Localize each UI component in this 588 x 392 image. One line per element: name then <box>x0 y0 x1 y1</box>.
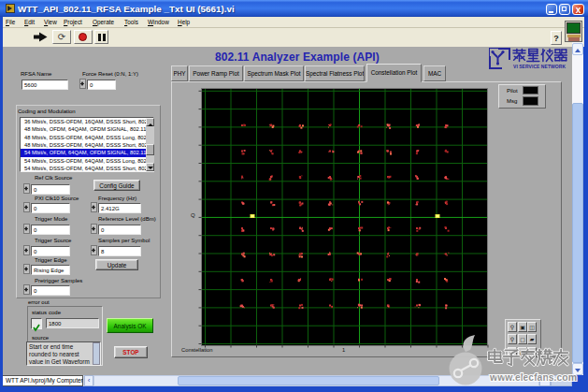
svg-text:www.elecfans.com: www.elecfans.com <box>489 371 577 383</box>
